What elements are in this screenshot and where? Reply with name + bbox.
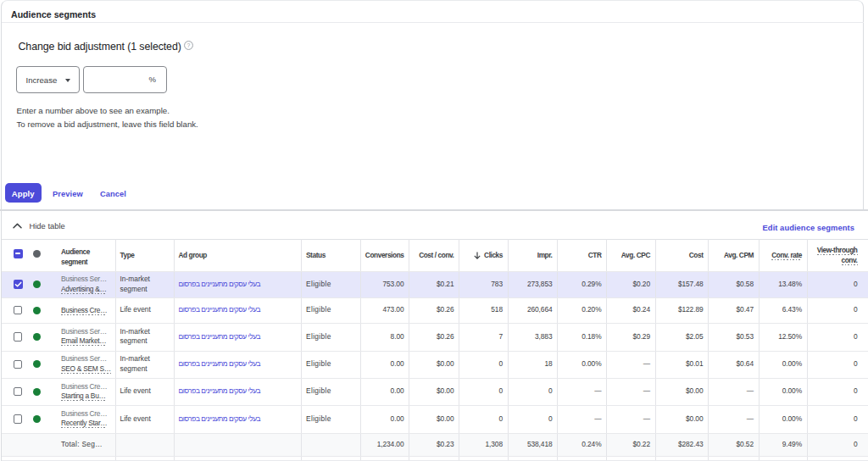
svg-text:?: ? xyxy=(187,42,191,48)
